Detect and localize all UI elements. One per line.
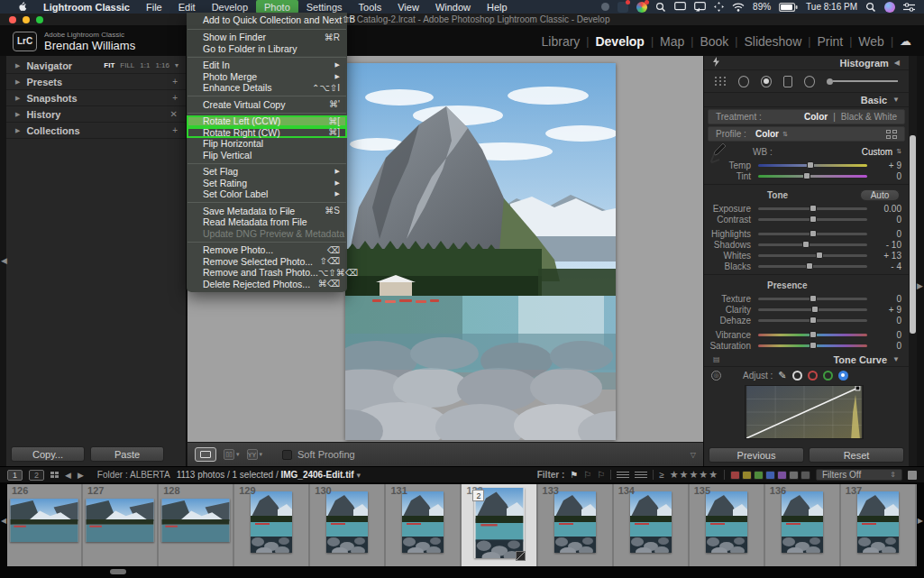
flag-reject-icon[interactable]: ⚐	[597, 470, 605, 480]
menu-remove-and-trash-photo[interactable]: Remove and Trash Photo...⌥⇧⌘⌫	[187, 267, 347, 279]
highlights-slider-knob[interactable]	[810, 230, 817, 237]
exposure-slider-track[interactable]	[758, 207, 867, 210]
control-center-icon[interactable]	[903, 3, 915, 12]
clarity-slider-knob[interactable]	[811, 306, 819, 313]
reset-button[interactable]: Reset	[809, 447, 904, 463]
menu-flip-vertical[interactable]: Flip Vertical	[187, 150, 347, 161]
channel-all-icon[interactable]	[792, 371, 802, 381]
module-library[interactable]: Library	[542, 34, 581, 49]
temp-slider-knob[interactable]	[807, 161, 814, 169]
soft-proofing-control[interactable]: Soft Proofing	[282, 449, 355, 460]
texture-slider-knob[interactable]	[810, 295, 817, 302]
shadows-slider-track[interactable]	[758, 243, 867, 246]
go-back-icon[interactable]: ◀	[65, 471, 71, 480]
before-after-group[interactable]: ▯▯ ▾	[224, 449, 240, 460]
clarity-slider-track[interactable]	[758, 308, 867, 311]
dehaze-slider-track[interactable]	[758, 319, 867, 322]
radial-filter-icon[interactable]	[804, 76, 815, 87]
menu-go-to-folder[interactable]: Go to Folder in Library	[187, 43, 347, 55]
filmstrip-thumb-128[interactable]: 128	[159, 484, 234, 566]
go-forward-icon[interactable]: ▶	[78, 471, 84, 480]
profile-select[interactable]: Color	[755, 129, 779, 139]
menu-create-virtual-copy[interactable]: Create Virtual Copy⌘'	[187, 99, 347, 111]
highlights-slider-track[interactable]	[758, 233, 867, 235]
profile-browser-icon[interactable]	[886, 130, 897, 139]
profile-updown-icon[interactable]: ⇅	[782, 131, 788, 138]
flag-pick-icon[interactable]: ⚑	[570, 470, 578, 480]
wb-select[interactable]: Custom	[862, 147, 892, 157]
filmstrip-scrollbar-thumb[interactable]	[110, 569, 126, 574]
spotlight-icon[interactable]	[865, 2, 876, 13]
color-label-gray1[interactable]	[789, 471, 799, 480]
menu-edit-in[interactable]: Edit In▶	[187, 60, 347, 71]
filmstrip-thumb-127[interactable]: 127	[83, 484, 159, 566]
wifi-icon[interactable]	[732, 3, 745, 12]
tint-slider-track[interactable]	[758, 175, 867, 178]
menu-enhance-details[interactable]: Enhance Details⌃⌥⇧I	[187, 82, 347, 94]
second-window-button[interactable]: 2	[29, 470, 44, 481]
whites-slider-knob[interactable]	[816, 252, 823, 259]
toolbar-options-caret-icon[interactable]: ▽	[691, 451, 696, 459]
caret-down-icon[interactable]: ▾	[260, 451, 263, 458]
exposure-slider-knob[interactable]	[810, 205, 817, 212]
right-panel-scrollbar[interactable]	[909, 56, 917, 466]
filmstrip-status[interactable]: 1113 photos / 1 selected / IMG_2406-Edit…	[177, 470, 361, 480]
app-status-icon[interactable]	[618, 2, 628, 13]
menubar-help[interactable]: Help	[479, 0, 516, 14]
menubar-settings[interactable]: Settings	[298, 0, 351, 14]
zoom-fit[interactable]: FIT	[104, 61, 114, 69]
menu-rotate-right-cw[interactable]: Rotate Right (CW)⌘]	[187, 127, 347, 139]
photo-lake-louise[interactable]	[345, 63, 616, 440]
shadows-slider-knob[interactable]	[802, 241, 810, 248]
right-panel-collapse-icon[interactable]: ▶	[917, 281, 923, 290]
filmstrip-thumb-126[interactable]: 126	[7, 484, 83, 566]
blacks-slider-knob[interactable]	[806, 262, 813, 270]
whites-slider-track[interactable]	[758, 254, 867, 257]
menu-flip-horizontal[interactable]: Flip Horizontal	[187, 138, 347, 150]
source-caret-icon[interactable]: ▾	[356, 471, 361, 480]
vibrance-slider-knob[interactable]	[810, 331, 817, 338]
loupe-view-button[interactable]	[195, 447, 216, 462]
zoom-1-1[interactable]: 1:1	[140, 61, 150, 69]
auto-tone-button[interactable]: Auto	[860, 189, 900, 201]
filmstrip-scrollbar[interactable]	[0, 566, 924, 578]
channel-blue-icon[interactable]	[838, 371, 848, 381]
panel-presets[interactable]: ▶ Presets +	[6, 74, 186, 90]
clear-history-button[interactable]: ✕	[170, 109, 178, 119]
color-label-green[interactable]	[754, 471, 764, 480]
filmstrip-thumb-136[interactable]: 136	[765, 484, 841, 566]
panel-history[interactable]: ▶ History ✕	[6, 106, 186, 123]
basic-header[interactable]: Basic ▼	[704, 93, 909, 107]
filmstrip-thumb-134[interactable]: 134	[614, 484, 690, 566]
zoom-status-icon[interactable]	[655, 2, 666, 13]
menubar-clock[interactable]: Tue 8:16 PM	[806, 2, 857, 12]
adjustment-brush-icon[interactable]	[827, 78, 898, 85]
before-after-split-group[interactable]: YY ▾	[247, 449, 263, 460]
menu-show-in-finder[interactable]: Show in Finder⌘R	[187, 32, 347, 43]
flag-unflagged-icon[interactable]: ⚐	[583, 470, 591, 480]
dehaze-slider-knob[interactable]	[810, 317, 817, 324]
graduated-filter-icon[interactable]	[783, 76, 791, 87]
main-window-button[interactable]: 1	[7, 470, 23, 481]
menubar-edit[interactable]: Edit	[170, 0, 204, 14]
menu-save-metadata[interactable]: Save Metadata to File⌘S	[187, 206, 347, 217]
zoom-1-16[interactable]: 1:16	[155, 61, 169, 69]
tone-curve-graph[interactable]	[745, 385, 864, 439]
caret-down-icon[interactable]: ▾	[236, 451, 240, 458]
menu-set-color-label[interactable]: Set Color Label▶	[187, 188, 347, 200]
panel-snapshots[interactable]: ▶ Snapshots +	[6, 90, 186, 106]
siri-icon[interactable]	[884, 2, 895, 13]
left-panel-collapse-icon[interactable]: ◀	[1, 256, 7, 265]
menubar-tools[interactable]: Tools	[351, 0, 390, 14]
module-map[interactable]: Map	[660, 34, 684, 49]
rating-ge[interactable]: ≥	[659, 470, 664, 480]
panel-collections[interactable]: ▶ Collections +	[6, 123, 186, 139]
color-label-yellow[interactable]	[742, 471, 752, 480]
cloud-sync-icon[interactable]: ☁	[900, 34, 911, 48]
filmstrip-thumb-130[interactable]: 130	[310, 484, 386, 566]
filmstrip-thumb-132-selected[interactable]: 132 2	[462, 484, 537, 566]
menu-set-rating[interactable]: Set Rating▶	[187, 178, 347, 189]
browser-status-icon[interactable]	[636, 2, 647, 13]
add-collection-button[interactable]: +	[172, 125, 178, 135]
screen-mirroring-icon[interactable]	[694, 2, 706, 12]
